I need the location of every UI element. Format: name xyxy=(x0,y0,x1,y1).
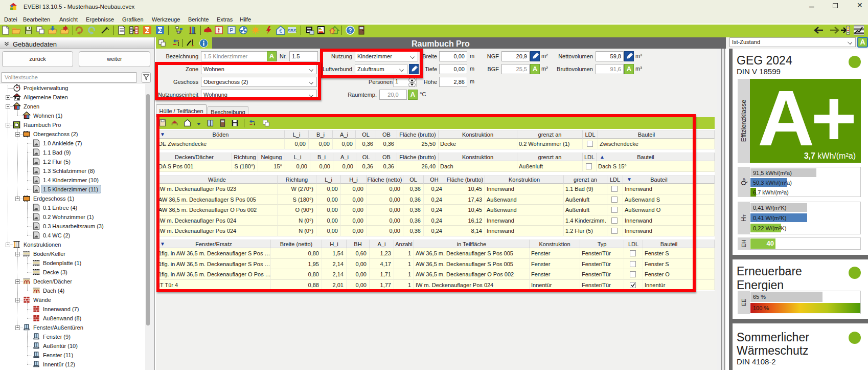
svg-text:?: ? xyxy=(348,27,352,34)
svg-text:P: P xyxy=(230,27,233,33)
svg-text:€: € xyxy=(279,28,282,34)
svg-text:SBS: SBS xyxy=(287,28,296,33)
